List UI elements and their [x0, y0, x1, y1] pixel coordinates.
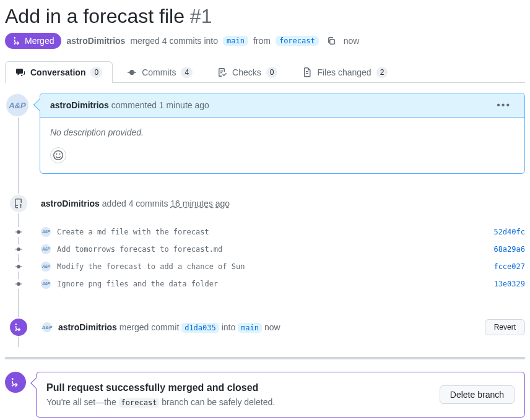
commit-row: A&PModify the forecast to add a chance o…	[5, 258, 525, 275]
repo-push-badge	[9, 194, 28, 213]
merge-event: A&P astroDimitrios merged commit d1da035…	[5, 307, 525, 347]
avatar[interactable]: A&P	[41, 227, 51, 237]
merge-event-badge	[9, 317, 28, 337]
commit-dot-icon	[14, 244, 24, 254]
comment-description: No description provided.	[50, 127, 515, 137]
tab-checks-label: Checks	[232, 67, 261, 77]
commit-sha[interactable]: 52d40fc	[493, 228, 525, 236]
merge-target-branch[interactable]: main	[238, 323, 262, 333]
avatar[interactable]: A&P	[41, 244, 51, 254]
success-branch: forecast	[119, 398, 160, 408]
comment-author[interactable]: astroDimitrios	[50, 100, 109, 110]
avatar[interactable]: A&P	[41, 279, 51, 289]
comment-kebab-menu[interactable]: •••	[493, 100, 515, 111]
tab-checks-count: 0	[266, 67, 278, 78]
comment-body: No description provided.	[40, 118, 524, 173]
merge-icon	[14, 322, 24, 332]
commit-dot-icon	[14, 227, 24, 237]
commit-sha[interactable]: fcce027	[493, 262, 525, 271]
merged-success-box: Pull request successfully merged and clo…	[36, 372, 525, 418]
commit-row: A&PAdd tomorrows forecast to forecast.md…	[5, 241, 525, 258]
event-time[interactable]: 16 minutes ago	[170, 199, 230, 208]
commit-message[interactable]: Create a md file with the forecast	[57, 228, 209, 236]
pr-author[interactable]: astroDimitrios	[66, 36, 125, 46]
pr-meta-row: Merged astroDimitrios merged 4 commits i…	[5, 33, 525, 49]
comment-header: astroDimitrios commented 1 minute ago ••…	[40, 93, 524, 118]
event-action: added 4 commits	[102, 199, 168, 208]
comment-header-text: astroDimitrios commented 1 minute ago	[50, 100, 209, 110]
merged-time: now	[344, 36, 360, 46]
source-branch[interactable]: forecast	[276, 36, 319, 46]
tab-files[interactable]: Files changed 2	[292, 61, 398, 83]
repo-push-icon	[14, 199, 24, 208]
file-diff-icon	[302, 67, 312, 77]
merge-time: now	[264, 322, 280, 332]
commit-dot-icon	[14, 279, 24, 289]
into-label: into	[222, 322, 236, 332]
merged-success-row: Pull request successfully merged and clo…	[5, 372, 525, 418]
merged-success-title: Pull request successfully merged and clo…	[46, 382, 275, 393]
added-commits-event: astroDimitrios added 4 commits 16 minute…	[5, 189, 525, 218]
merged-success-badge	[5, 372, 26, 393]
checklist-icon	[217, 67, 227, 77]
avatar[interactable]: A&P	[41, 262, 51, 272]
comment-discussion-icon	[15, 67, 25, 77]
git-commit-icon	[127, 67, 137, 77]
tab-commits[interactable]: Commits 4	[116, 61, 203, 83]
merged-badge-label: Merged	[25, 36, 54, 46]
add-reaction-button[interactable]	[50, 147, 66, 163]
commits-group: A&PCreate a md file with the forecast 52…	[5, 218, 525, 307]
delete-branch-button[interactable]: Delete branch	[440, 385, 515, 404]
copy-branch-button[interactable]	[324, 35, 339, 47]
tab-conversation[interactable]: Conversation 0	[5, 61, 113, 83]
avatar[interactable]: A&P	[41, 321, 53, 333]
section-divider	[5, 357, 525, 359]
from-label: from	[253, 36, 271, 46]
copy-icon	[326, 36, 336, 46]
tab-files-count: 2	[376, 67, 388, 78]
commit-message[interactable]: Modify the forecast to add a chance of S…	[57, 262, 245, 271]
merge-icon	[10, 377, 21, 388]
merge-commit-sha[interactable]: d1da035	[181, 323, 219, 333]
target-branch[interactable]: main	[223, 36, 248, 46]
timeline-comment-row: A&P astroDimitrios commented 1 minute ag…	[5, 93, 525, 189]
added-commits-text: astroDimitrios added 4 commits 16 minute…	[41, 199, 230, 208]
commit-dot-icon	[14, 262, 24, 272]
smiley-icon	[53, 150, 63, 160]
pr-number: #1	[190, 5, 212, 27]
merge-event-text: astroDimitrios merged commit d1da035 int…	[58, 322, 280, 332]
tab-conversation-label: Conversation	[30, 67, 85, 77]
commit-message[interactable]: Ignore png files and the data folder	[57, 280, 218, 288]
page-title-row: Add in a forecast file #1	[5, 5, 525, 28]
event-author[interactable]: astroDimitrios	[41, 199, 100, 208]
commit-row: A&PIgnore png files and the data folder …	[5, 275, 525, 293]
success-text-after: branch can be safely deleted.	[162, 397, 275, 407]
merged-success-text: Pull request successfully merged and clo…	[46, 382, 275, 407]
tab-nav: Conversation 0 Commits 4 Checks 0 Files …	[5, 61, 525, 83]
tab-commits-count: 4	[181, 67, 193, 78]
commit-sha[interactable]: 68a29a6	[493, 245, 525, 254]
commit-sha[interactable]: 13e0329	[493, 280, 525, 288]
comment-time[interactable]: 1 minute ago	[159, 100, 209, 110]
commit-message[interactable]: Add tomorrows forecast to forecast.md	[57, 245, 222, 254]
pr-title-text: Add in a forecast file	[5, 5, 185, 27]
merge-icon	[12, 36, 22, 46]
comment-action: commented	[111, 100, 157, 110]
tab-commits-label: Commits	[142, 67, 176, 77]
merge-author[interactable]: astroDimitrios	[58, 322, 117, 332]
commit-row: A&PCreate a md file with the forecast 52…	[5, 223, 525, 241]
tab-files-label: Files changed	[317, 67, 371, 77]
comment-box: astroDimitrios commented 1 minute ago ••…	[40, 93, 525, 174]
tab-conversation-count: 0	[90, 67, 102, 78]
tab-checks[interactable]: Checks 0	[207, 61, 288, 83]
merged-badge: Merged	[5, 33, 61, 49]
pr-title: Add in a forecast file #1	[5, 5, 212, 27]
merge-summary: merged 4 commits into	[130, 36, 218, 46]
timeline: A&P astroDimitrios commented 1 minute ag…	[5, 93, 525, 347]
success-text-before: You're all set—the	[46, 397, 116, 407]
merged-success-subtext: You're all set—the forecast branch can b…	[46, 397, 275, 407]
revert-button[interactable]: Revert	[485, 319, 525, 335]
avatar[interactable]: A&P	[5, 93, 30, 118]
merge-action: merged commit	[119, 322, 179, 332]
